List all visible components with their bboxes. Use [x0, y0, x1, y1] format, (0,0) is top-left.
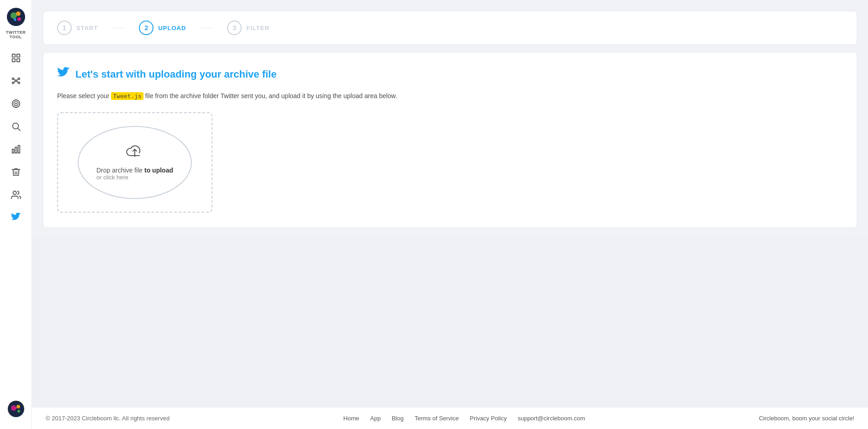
app-logo[interactable]: [6, 7, 26, 26]
svg-rect-25: [18, 146, 20, 153]
page-heading-text: Let's start with uploading your archive …: [75, 68, 276, 80]
svg-point-28: [11, 405, 16, 411]
twitter-heading-icon: [57, 67, 70, 82]
svg-point-4: [14, 18, 16, 21]
stepper-card: 1 START 2 UPLOAD 3: [43, 11, 857, 45]
step-1-circle: 1: [57, 21, 72, 35]
step-3-label: FILTER: [246, 25, 270, 31]
footer-links: Home App Blog Terms of Service Privacy P…: [344, 415, 585, 422]
footer-link-tos[interactable]: Terms of Service: [414, 415, 459, 422]
step-3-circle: 3: [227, 21, 242, 35]
footer-tagline: Circleboom, boom your social circle!: [759, 415, 854, 422]
svg-rect-24: [15, 147, 17, 153]
sidebar-item-network[interactable]: [6, 71, 26, 90]
footer-link-home[interactable]: Home: [344, 415, 360, 422]
upload-cloud-icon: [126, 144, 144, 162]
step-2-circle: 2: [139, 21, 153, 35]
upload-card: Let's start with uploading your archive …: [43, 52, 857, 228]
description-before: Please select your: [57, 92, 111, 99]
svg-line-14: [14, 79, 15, 80]
search-icon: [11, 121, 21, 131]
footer-link-blog[interactable]: Blog: [392, 415, 403, 422]
svg-point-26: [13, 191, 16, 194]
sidebar-item-users[interactable]: [6, 185, 26, 204]
bar-chart-icon: [11, 144, 21, 154]
page-heading: Let's start with uploading your archive …: [57, 67, 843, 82]
main-content: 1 START 2 UPLOAD 3: [32, 0, 868, 429]
tool-label: TWITTER TOOL: [0, 30, 32, 39]
sidebar-item-search[interactable]: [6, 117, 26, 136]
footer-link-privacy[interactable]: Privacy Policy: [470, 415, 507, 422]
users-icon: [11, 190, 21, 200]
sidebar-nav: [6, 48, 26, 401]
twitter-icon: [11, 213, 21, 223]
stepper: 1 START 2 UPLOAD 3: [57, 21, 843, 35]
sidebar-item-target[interactable]: [6, 94, 26, 113]
svg-point-3: [17, 17, 21, 21]
upload-subtext: or click here: [96, 174, 173, 181]
upload-zone[interactable]: Drop archive file to upload or click her…: [57, 112, 212, 213]
step-1: 1 START: [57, 21, 98, 35]
svg-line-16: [14, 81, 15, 83]
step-1-label: START: [76, 25, 98, 31]
svg-point-29: [16, 405, 20, 408]
step-divider-2: [200, 28, 213, 28]
step-2-label: UPLOAD: [158, 25, 186, 31]
upload-text: Drop archive file to upload: [96, 167, 173, 174]
svg-point-20: [16, 103, 16, 104]
content-area: 1 START 2 UPLOAD 3: [32, 0, 868, 239]
svg-rect-5: [12, 54, 15, 57]
highlight-filename: Tweet.js: [111, 92, 143, 100]
grid-icon: [11, 53, 21, 63]
svg-line-17: [16, 81, 18, 83]
step-3: 3 FILTER: [227, 21, 270, 35]
step-divider-1: [111, 28, 125, 28]
svg-rect-8: [12, 59, 15, 62]
svg-line-22: [18, 128, 20, 131]
svg-line-15: [16, 79, 18, 80]
sidebar: TWITTER TOOL: [0, 0, 32, 429]
footer-link-app[interactable]: App: [370, 415, 381, 422]
sidebar-item-twitter[interactable]: [6, 208, 26, 227]
step-2: 2 UPLOAD: [139, 21, 186, 35]
svg-rect-23: [12, 149, 14, 153]
svg-point-2: [16, 11, 21, 16]
footer: © 2017-2023 Circleboom llc. All rights r…: [32, 407, 868, 429]
description-after: file from the archive folder Twitter sen…: [143, 92, 397, 99]
svg-rect-7: [16, 59, 19, 62]
target-icon: [11, 99, 21, 109]
trash-icon: [11, 167, 21, 177]
network-icon: [11, 76, 21, 86]
svg-point-30: [17, 410, 20, 413]
avatar[interactable]: [8, 401, 24, 417]
sidebar-item-dashboard[interactable]: [6, 48, 26, 68]
sidebar-item-analytics[interactable]: [6, 140, 26, 159]
svg-point-1: [11, 12, 17, 19]
upload-text-area: Drop archive file to upload or click her…: [96, 167, 173, 181]
svg-rect-6: [16, 54, 19, 57]
sidebar-item-delete[interactable]: [6, 162, 26, 182]
sidebar-bottom: [8, 401, 24, 422]
description: Please select your Tweet.js file from th…: [57, 91, 843, 101]
copyright: © 2017-2023 Circleboom llc. All rights r…: [46, 415, 169, 422]
upload-oval: Drop archive file to upload or click her…: [78, 126, 192, 199]
footer-link-support[interactable]: support@circleboom.com: [518, 415, 585, 422]
lower-background: [32, 239, 868, 407]
